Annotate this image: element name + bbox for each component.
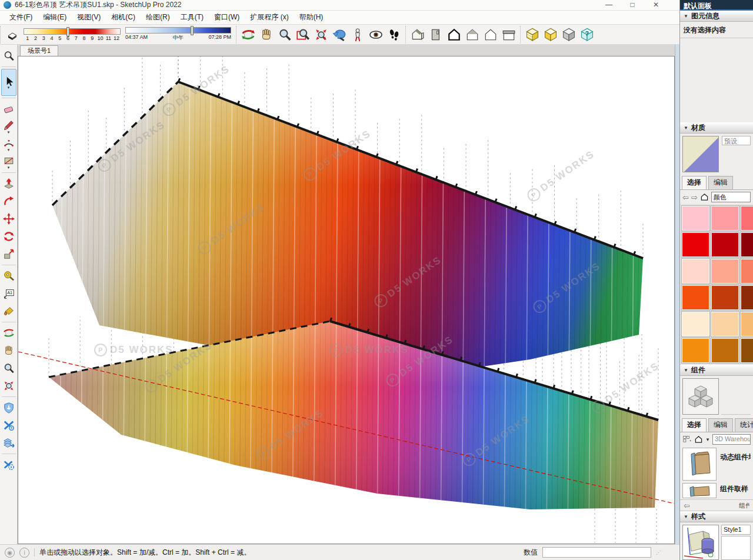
look-around-button[interactable] xyxy=(366,26,385,44)
select-dropdown-icon[interactable]: ▼ xyxy=(7,86,11,89)
resize-grip[interactable]: ⋰ xyxy=(656,549,662,555)
color-swatch[interactable] xyxy=(741,285,753,310)
view-right-button[interactable] xyxy=(463,26,481,44)
forward-arrow-icon[interactable]: ⇨ xyxy=(691,193,698,202)
material-name-field[interactable]: 预设 xyxy=(722,136,751,145)
walk-button[interactable] xyxy=(385,26,403,44)
pan-button[interactable] xyxy=(257,26,275,44)
entity-info-header[interactable]: ▼图元信息 xyxy=(680,11,753,22)
color-swatch[interactable] xyxy=(711,259,739,284)
zoom-button[interactable] xyxy=(275,26,294,44)
zoom-extents-button[interactable] xyxy=(312,26,330,44)
pushpull-tool-button[interactable] xyxy=(1,175,16,192)
styles-header[interactable]: ▼样式 xyxy=(680,511,753,522)
color-swatch[interactable] xyxy=(741,312,753,336)
components-home-icon[interactable] xyxy=(694,435,703,444)
components-tab-stats[interactable]: 统计信息 xyxy=(735,418,753,432)
color-swatch[interactable] xyxy=(682,232,709,257)
viewport[interactable]: PD5 WORKSPD5 WORKSPD5 WORKSPD5 WORKSPD5 … xyxy=(18,56,675,544)
position-camera-button[interactable] xyxy=(348,26,366,44)
rotate-tool-button[interactable] xyxy=(1,228,16,245)
materials-header[interactable]: ▼材质 xyxy=(680,122,753,134)
geolocation-icon[interactable]: ◉ xyxy=(5,548,15,558)
home-dropdown-icon[interactable]: ▼ xyxy=(705,437,710,442)
line-tool-button[interactable]: ▼ xyxy=(1,118,16,135)
move-tool-button[interactable] xyxy=(1,210,16,228)
scale-tool-button[interactable] xyxy=(1,245,16,263)
menu-file[interactable]: 文件(F) xyxy=(5,11,37,24)
shadow-month-slider[interactable]: 123456789101112 xyxy=(24,28,121,41)
color-swatch[interactable] xyxy=(682,259,709,284)
materials-tab-select[interactable]: 选择 xyxy=(682,176,707,189)
pan-tool-button[interactable] xyxy=(1,342,16,359)
view-front-button[interactable] xyxy=(445,26,463,44)
zoom-window-button[interactable] xyxy=(294,26,312,44)
color-swatch[interactable] xyxy=(711,232,739,257)
style-preview[interactable] xyxy=(682,525,719,560)
material-preview[interactable] xyxy=(682,136,719,172)
color-swatch[interactable] xyxy=(711,338,739,363)
color-swatch[interactable] xyxy=(711,206,739,231)
components-header[interactable]: ▼组件 xyxy=(680,365,753,376)
component-list-item-2[interactable]: 组件取样 xyxy=(680,482,753,499)
shadow-toggle-button[interactable] xyxy=(3,26,21,44)
maximize-button[interactable]: □ xyxy=(621,0,644,10)
component-thumbnail[interactable] xyxy=(682,483,717,498)
view-back-button[interactable] xyxy=(481,26,499,44)
zoom-tool-button[interactable] xyxy=(1,359,16,377)
text-tool-button[interactable]: A1 xyxy=(1,285,16,302)
menu-tools[interactable]: 工具(T) xyxy=(176,11,208,24)
tape-measure-tool-button[interactable] xyxy=(1,267,16,285)
menu-window[interactable]: 窗口(W) xyxy=(209,11,244,24)
shadow-time-slider[interactable]: 04:37 AM 中午 07:28 PM xyxy=(125,27,231,42)
view-left-button[interactable] xyxy=(499,26,518,44)
materials-tab-edit[interactable]: 编辑 xyxy=(708,176,733,189)
menu-edit[interactable]: 编辑(E) xyxy=(38,11,71,24)
color-swatch[interactable] xyxy=(741,206,753,231)
paint-bucket-tool-button[interactable] xyxy=(1,302,16,320)
style-shaded-button[interactable] xyxy=(541,26,559,44)
menu-draw[interactable]: 绘图(R) xyxy=(141,11,175,24)
color-swatch[interactable] xyxy=(682,285,709,310)
color-swatch[interactable] xyxy=(741,338,753,363)
style-name-field[interactable]: Style1 xyxy=(721,525,751,535)
view-top-button[interactable] xyxy=(427,26,445,44)
color-swatch[interactable] xyxy=(711,312,739,336)
color-swatch[interactable] xyxy=(682,312,709,336)
plugin-shield-button[interactable] xyxy=(1,399,16,416)
view-options-icon[interactable] xyxy=(682,435,692,444)
plugin-layers-button[interactable] xyxy=(1,434,16,452)
menu-view[interactable]: 视图(V) xyxy=(72,11,105,24)
components-tab-edit[interactable]: 编辑 xyxy=(708,418,733,432)
warehouse-search-dropdown[interactable]: 3D Warehouse xyxy=(712,434,751,445)
scene-tab-1[interactable]: 场景号1 xyxy=(20,45,58,56)
component-list-item-1[interactable]: 动态组件培训 xyxy=(680,446,753,482)
orbit-tool-button[interactable] xyxy=(1,324,16,342)
menu-camera[interactable]: 相机(C) xyxy=(106,11,140,24)
region-zoom-tool-button[interactable] xyxy=(1,47,16,65)
panel-splitter[interactable] xyxy=(675,45,679,544)
menu-extensions[interactable]: 扩展程序 (x) xyxy=(245,11,293,24)
minimize-button[interactable]: — xyxy=(597,0,621,10)
credits-icon[interactable]: i xyxy=(19,548,29,558)
plugin-cut-button[interactable] xyxy=(1,416,16,434)
menu-help[interactable]: 帮助(H) xyxy=(295,11,328,24)
color-swatch[interactable] xyxy=(682,338,709,363)
followme-tool-button[interactable] xyxy=(1,192,16,210)
back-arrow-icon[interactable]: ⇦ xyxy=(684,501,690,510)
close-button[interactable]: ✕ xyxy=(644,0,668,10)
eraser-tool-button[interactable] xyxy=(1,100,16,118)
zoom-extents-tool-button[interactable] xyxy=(1,377,16,395)
arc-tool-button[interactable]: ▼ xyxy=(1,135,16,153)
measurement-input[interactable] xyxy=(542,547,651,558)
material-collection-dropdown[interactable]: 颜色 xyxy=(711,192,751,202)
color-swatch[interactable] xyxy=(741,232,753,257)
previous-view-button[interactable] xyxy=(330,26,348,44)
home-icon[interactable] xyxy=(700,193,709,201)
month-slider-handle[interactable] xyxy=(66,27,69,36)
color-swatch[interactable] xyxy=(711,285,739,310)
view-iso-button[interactable] xyxy=(408,26,427,44)
style-xray-button[interactable] xyxy=(523,26,541,44)
orbit-button[interactable] xyxy=(239,26,257,44)
style-monochrome-button[interactable] xyxy=(559,26,578,44)
